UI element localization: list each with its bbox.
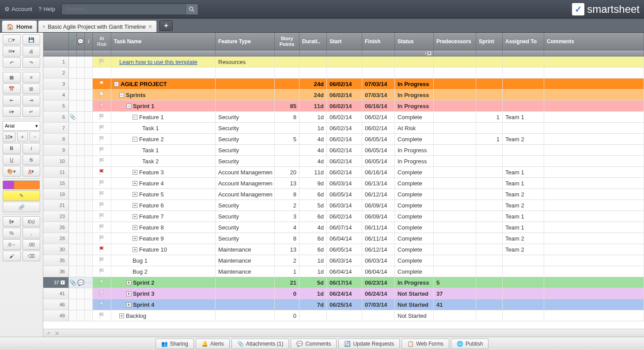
expand-toggle[interactable]: +: [126, 291, 131, 296]
calendar-view-button[interactable]: 📅: [3, 83, 21, 94]
status-cell[interactable]: Complete: [395, 233, 434, 244]
attach-cell[interactable]: [69, 211, 77, 222]
comments-cell[interactable]: [544, 277, 644, 288]
start-cell[interactable]: 06/07/14: [327, 222, 362, 233]
table-row[interactable]: 10Task 2Security4d06/02/1406/05/14In Pro…: [43, 156, 644, 167]
attach-cell[interactable]: [69, 156, 77, 166]
atrisk-cell[interactable]: [93, 189, 111, 199]
ftype-cell[interactable]: Account Managemen: [216, 178, 275, 188]
finish-cell[interactable]: 06/12/14: [362, 244, 395, 255]
attach-cell[interactable]: [69, 233, 77, 244]
status-cell[interactable]: In Progress: [395, 79, 434, 89]
sprint-cell[interactable]: 1: [476, 134, 503, 144]
table-row[interactable]: 8−Feature 2Security54d06/02/1406/05/14Co…: [43, 134, 644, 145]
discussion-cell[interactable]: [77, 79, 85, 89]
comments-cell[interactable]: [544, 255, 644, 266]
expand-toggle[interactable]: +: [126, 280, 131, 285]
atrisk-cell[interactable]: [93, 79, 111, 89]
indent-button[interactable]: ⇥: [23, 95, 41, 105]
ftype-cell[interactable]: [216, 90, 275, 100]
duration-cell[interactable]: 4d: [299, 145, 327, 155]
info-cell[interactable]: [85, 112, 93, 122]
wrap-button[interactable]: ↵: [23, 106, 41, 117]
row-number[interactable]: 8: [43, 134, 69, 144]
update-requests-button[interactable]: 🔄Update Requests: [338, 339, 400, 349]
atrisk-cell[interactable]: [93, 112, 111, 122]
attach-cell[interactable]: [69, 79, 77, 89]
discussion-cell[interactable]: [77, 145, 85, 155]
table-row[interactable]: 7Task 1Security1d06/02/1406/02/14At Risk: [43, 123, 644, 134]
atrisk-cell[interactable]: [93, 244, 111, 255]
ftype-cell[interactable]: Security: [216, 222, 275, 233]
highlight-button[interactable]: ✎: [3, 190, 40, 201]
assign-cell[interactable]: Team 1: [503, 178, 544, 188]
info-cell[interactable]: [85, 211, 93, 222]
sprint-cell[interactable]: [476, 211, 503, 222]
start-cell[interactable]: 06/02/14: [327, 145, 362, 155]
table-row[interactable]: 15+Feature 4Account Managemen139d06/03/1…: [43, 178, 644, 189]
pred-cell[interactable]: 5: [434, 277, 476, 288]
sprint-cell[interactable]: 1: [476, 112, 503, 122]
decrease-decimal-button[interactable]: .0→: [3, 239, 21, 250]
assign-cell[interactable]: Team 2: [503, 200, 544, 211]
taskname-cell[interactable]: +Feature 7: [111, 211, 216, 222]
table-row[interactable]: 41+Sprint 301d06/24/1406/24/14Not Starte…: [43, 288, 644, 299]
email-button[interactable]: ✉▾: [3, 46, 21, 56]
attach-cell[interactable]: [69, 244, 77, 255]
finish-cell[interactable]: 07/03/14: [362, 79, 395, 89]
start-cell[interactable]: 06/02/14: [327, 167, 362, 177]
assign-cell[interactable]: [503, 266, 544, 277]
assign-cell[interactable]: [503, 90, 544, 100]
sprint-cell[interactable]: [476, 178, 503, 188]
attach-cell[interactable]: [69, 145, 77, 155]
story-cell[interactable]: 2: [275, 200, 299, 211]
taskname-cell[interactable]: Task 1: [111, 123, 216, 133]
discussion-cell[interactable]: [77, 101, 85, 111]
finish-cell[interactable]: 06/09/14: [362, 211, 395, 222]
row-number[interactable]: 10: [43, 156, 69, 166]
taskname-cell[interactable]: +Feature 9: [111, 233, 216, 244]
taskname-cell[interactable]: Bug 2: [111, 266, 216, 277]
row-number[interactable]: 9: [43, 145, 69, 155]
duration-cell[interactable]: 4d: [299, 134, 327, 144]
outdent-button[interactable]: ⇤: [3, 95, 21, 105]
info-cell[interactable]: [85, 123, 93, 133]
comments-cell[interactable]: [544, 189, 644, 199]
start-cell[interactable]: 06/04/14: [327, 266, 362, 277]
table-row[interactable]: 35Bug 1Maintenance21d06/03/1406/03/14Com…: [43, 255, 644, 266]
pred-cell[interactable]: [434, 255, 476, 266]
tab-close-button[interactable]: ×: [148, 23, 152, 30]
duration-cell[interactable]: 4d: [299, 156, 327, 166]
row-number[interactable]: 11: [43, 167, 69, 177]
finish-cell[interactable]: 06/05/14: [362, 145, 395, 155]
taskname-cell[interactable]: −Feature 2: [111, 134, 216, 144]
atrisk-cell[interactable]: [93, 310, 111, 321]
sharing-button[interactable]: 👥Sharing: [155, 339, 194, 349]
pred-cell[interactable]: [434, 68, 476, 78]
row-number[interactable]: 49: [43, 310, 69, 321]
story-cell[interactable]: 13: [275, 178, 299, 188]
table-row[interactable]: 30+Feature 10Maintenance136d06/05/1406/1…: [43, 244, 644, 255]
row-number[interactable]: 15: [43, 178, 69, 188]
ftype-cell[interactable]: Security: [216, 112, 275, 122]
ftype-cell[interactable]: Resources: [216, 56, 275, 67]
discussion-cell[interactable]: [77, 178, 85, 188]
pred-cell[interactable]: [434, 266, 476, 277]
start-cell[interactable]: 06/02/14: [327, 90, 362, 100]
discussion-cell[interactable]: [77, 156, 85, 166]
ftype-cell[interactable]: Maintenance: [216, 244, 275, 255]
info-cell[interactable]: [85, 222, 93, 233]
sprint-cell[interactable]: [476, 288, 503, 299]
start-cell[interactable]: 06/03/14: [327, 178, 362, 188]
row-number[interactable]: 46: [43, 299, 69, 310]
discussion-cell[interactable]: [77, 90, 85, 100]
format-painter-button[interactable]: 🖌: [3, 251, 21, 261]
sprint-cell[interactable]: [476, 277, 503, 288]
discussion-cell[interactable]: [77, 222, 85, 233]
discussion-cell[interactable]: [77, 244, 85, 255]
row-number[interactable]: 3: [43, 79, 69, 89]
info-cell[interactable]: [85, 134, 93, 144]
pred-cell[interactable]: [434, 112, 476, 122]
grid-view-button[interactable]: ▦: [3, 72, 21, 83]
ftype-cell[interactable]: [216, 277, 275, 288]
